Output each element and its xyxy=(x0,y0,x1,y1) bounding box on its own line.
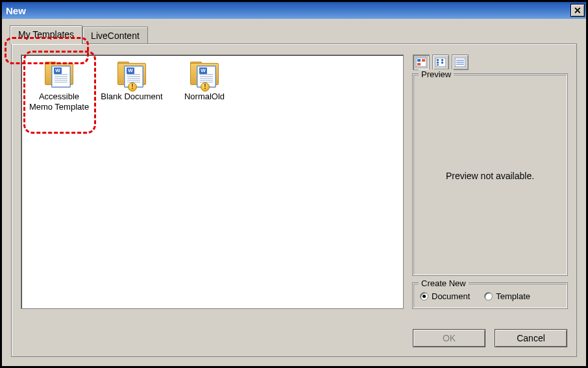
right-column: Preview Preview not available. Create Ne… xyxy=(413,55,567,321)
radio-indicator xyxy=(420,292,428,301)
tab-my-templates[interactable]: My Templates xyxy=(10,25,82,44)
radio-label: Document xyxy=(432,291,470,301)
document-template-icon: W ! xyxy=(117,62,146,90)
titlebar: New ✕ xyxy=(2,2,586,19)
template-item-blank-document[interactable]: W ! Blank Document xyxy=(99,59,164,102)
tab-label: LiveContent xyxy=(91,31,140,41)
ok-button[interactable]: OK xyxy=(413,329,485,347)
tab-panel: W Accessible Memo Template W ! Blank Doc… xyxy=(11,43,577,357)
template-label: Blank Document xyxy=(101,92,162,102)
create-new-groupbox: Create New Document Template xyxy=(413,283,567,308)
template-item-normalold[interactable]: W ! NormalOld xyxy=(172,59,237,102)
dialog-frame: New ✕ My Templates LiveContent xyxy=(0,0,588,368)
radio-indicator xyxy=(484,292,493,301)
svg-rect-8 xyxy=(441,59,443,61)
template-item-accessible-memo[interactable]: W Accessible Memo Template xyxy=(27,59,92,112)
preview-message: Preview not available. xyxy=(446,171,534,181)
button-label: OK xyxy=(443,333,456,343)
groupbox-title: Preview xyxy=(419,69,454,79)
dialog-body: My Templates LiveContent W Accessible xyxy=(2,19,586,366)
document-template-icon: W ! xyxy=(190,62,219,90)
groupbox-title: Create New xyxy=(419,278,469,288)
svg-rect-1 xyxy=(417,59,421,62)
template-label: NormalOld xyxy=(184,92,225,102)
preview-groupbox: Preview Preview not available. xyxy=(413,74,567,275)
svg-rect-6 xyxy=(437,62,439,64)
svg-rect-5 xyxy=(437,59,439,61)
view-list-button[interactable] xyxy=(432,55,449,70)
radio-label: Template xyxy=(496,291,530,301)
template-list[interactable]: W Accessible Memo Template W ! Blank Doc… xyxy=(21,55,404,309)
template-label: Accessible Memo Template xyxy=(27,92,92,112)
svg-rect-3 xyxy=(417,63,421,66)
large-icons-icon xyxy=(416,58,426,67)
radio-document[interactable]: Document xyxy=(420,291,470,301)
svg-rect-9 xyxy=(441,62,443,64)
close-button[interactable]: ✕ xyxy=(570,4,585,17)
tab-bar: My Templates LiveContent xyxy=(10,25,577,43)
dialog-buttons: OK Cancel xyxy=(21,329,567,347)
main-row: W Accessible Memo Template W ! Blank Doc… xyxy=(21,55,567,321)
svg-rect-7 xyxy=(437,64,439,66)
window-title: New xyxy=(6,5,26,16)
radio-template[interactable]: Template xyxy=(484,291,530,301)
close-icon: ✕ xyxy=(574,5,582,16)
details-icon xyxy=(455,58,465,67)
view-details-button[interactable] xyxy=(452,55,469,70)
button-label: Cancel xyxy=(517,333,545,343)
list-icon xyxy=(435,58,446,67)
view-large-icons-button[interactable] xyxy=(413,55,430,70)
tab-livecontent[interactable]: LiveContent xyxy=(82,27,148,43)
cancel-button[interactable]: Cancel xyxy=(495,329,567,347)
svg-rect-2 xyxy=(422,59,425,62)
tab-label: My Templates xyxy=(18,29,74,40)
view-mode-buttons xyxy=(413,55,567,70)
document-template-icon: W xyxy=(45,62,73,90)
